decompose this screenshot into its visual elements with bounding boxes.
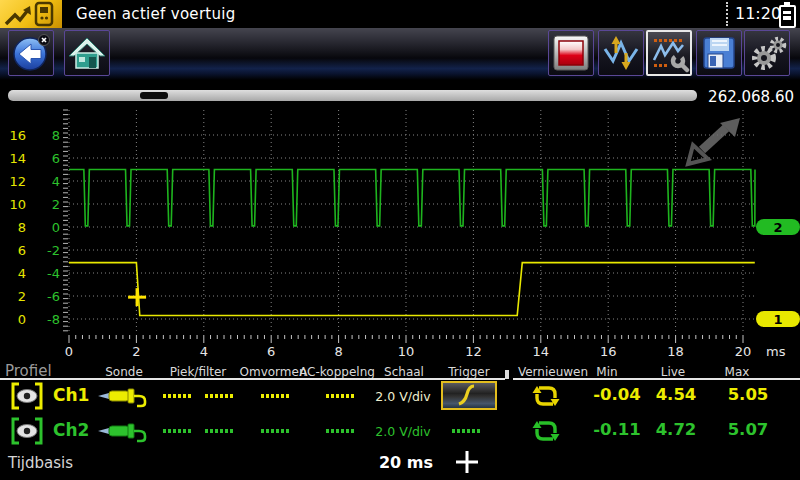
ch1-peak-setting[interactable] xyxy=(163,394,191,398)
ch2-peak-setting[interactable] xyxy=(163,429,191,433)
eye-icon xyxy=(10,417,44,445)
header-divider-tick xyxy=(505,370,509,379)
x-tick-label: 14 xyxy=(533,344,550,359)
col-live: Live xyxy=(661,365,686,379)
ch2-live-value: 4.72 xyxy=(656,420,697,439)
ch1-axis-label: 8 xyxy=(18,220,26,235)
ch2-axis-label: -8 xyxy=(47,312,60,327)
channel-row-ch1: Ch1 2.0 V/div xyxy=(0,381,800,413)
ch2-waveform xyxy=(69,170,755,226)
expand-arrows-icon xyxy=(680,116,748,168)
ch1-axis-label: 0 xyxy=(18,312,26,327)
col-vernieuwen: Vernieuwen xyxy=(518,365,588,379)
ch2-axis-label: 6 xyxy=(52,151,60,166)
col-piekfilter: Piek/filter xyxy=(170,365,227,379)
ch2-trigger-setting[interactable] xyxy=(452,429,480,433)
timeline-scrollbar[interactable] xyxy=(8,90,697,101)
col-ackoppeling: AC-koppelng xyxy=(299,365,375,379)
scope-screen: Geen actief voertuig 11:20 xyxy=(0,0,800,480)
ch1-visibility-button[interactable] xyxy=(10,382,44,410)
ch2-min-value: -0.11 xyxy=(593,420,641,439)
stop-record-button[interactable] xyxy=(548,30,594,76)
ch2-axis-label: 0 xyxy=(52,220,60,235)
scrollbar-thumb[interactable] xyxy=(140,92,168,99)
save-floppy-icon xyxy=(699,33,739,73)
ch1-scale[interactable]: 2.0 V/div xyxy=(375,389,430,404)
stop-record-icon xyxy=(551,33,591,73)
eye-icon xyxy=(10,382,44,410)
ch1-axis-label: 4 xyxy=(18,266,26,281)
zoom-button[interactable] xyxy=(598,30,644,76)
x-tick-label: 8 xyxy=(334,344,342,359)
header-divider-left xyxy=(0,378,505,380)
probe-icon xyxy=(96,383,152,409)
profile-panel: Profiel Sonde Piek/filter Omvormen AC-ko… xyxy=(0,360,800,480)
ch1-axis-label: 12 xyxy=(9,174,26,189)
ch1-axis-label: 16 xyxy=(9,128,26,143)
settings-gears-icon xyxy=(747,33,787,73)
ch1-probe-button[interactable] xyxy=(96,383,152,409)
ch2-axis-label: -6 xyxy=(47,289,60,304)
timebase-cursor-button[interactable] xyxy=(455,450,479,474)
ch1-accoupling-setting[interactable] xyxy=(326,394,354,398)
col-omvormen: Omvormen xyxy=(240,365,307,379)
page-title: Geen actief voertuig xyxy=(76,5,236,23)
settings-button[interactable] xyxy=(744,30,790,76)
ch2-max-value: 5.07 xyxy=(728,420,769,439)
ch2-axis-label: -4 xyxy=(47,266,60,281)
falling-slope-icon xyxy=(443,383,495,408)
ch2-axis-label: 2 xyxy=(52,197,60,212)
col-trigger: Trigger xyxy=(448,365,489,379)
ch2-axis-label: 8 xyxy=(52,128,60,143)
x-tick-label: 2 xyxy=(132,344,140,359)
expand-graph-button[interactable] xyxy=(680,116,748,168)
x-tick-label: 16 xyxy=(600,344,617,359)
ch1-max-value: 5.05 xyxy=(728,385,769,404)
timebase-label: Tijdbasis xyxy=(8,454,73,472)
x-axis-unit: ms xyxy=(766,344,786,359)
scope-setup-icon xyxy=(650,34,690,74)
title-bar: Geen actief voertuig 11:20 xyxy=(0,0,800,28)
ch2-probe-button[interactable] xyxy=(96,418,152,444)
probe-icon xyxy=(96,418,152,444)
ch2-visibility-button[interactable] xyxy=(10,417,44,445)
toolbar xyxy=(0,28,800,80)
ch1-axis-label: 10 xyxy=(9,197,26,212)
timebase-value[interactable]: 20 ms xyxy=(379,453,433,472)
x-tick-label: 10 xyxy=(398,344,415,359)
ch1-label: Ch1 xyxy=(53,385,89,405)
ch1-filter-setting[interactable] xyxy=(205,394,233,398)
scope-setup-button[interactable] xyxy=(646,30,692,76)
back-arrow-icon xyxy=(11,33,51,73)
back-button[interactable] xyxy=(8,30,54,76)
ch1-waveform xyxy=(69,263,755,316)
ch2-axis-label: -2 xyxy=(47,243,60,258)
ch2-refresh-button[interactable] xyxy=(531,416,561,446)
channel-row-ch2: Ch2 2.0 V/div xyxy=(0,416,800,448)
brand-logo xyxy=(0,0,62,28)
x-tick-label: 18 xyxy=(667,344,684,359)
ch2-scale[interactable]: 2.0 V/div xyxy=(375,424,430,439)
ch2-filter-setting[interactable] xyxy=(205,429,233,433)
ch1-axis-label: 6 xyxy=(18,243,26,258)
ch1-invert-setting[interactable] xyxy=(261,394,289,398)
home-button[interactable] xyxy=(64,30,110,76)
ch2-label: Ch2 xyxy=(53,420,89,440)
refresh-icon xyxy=(531,416,561,446)
channel-marker-label: 1 xyxy=(773,312,782,327)
scan-tool-logo-icon xyxy=(0,0,62,28)
refresh-icon xyxy=(531,381,561,411)
channel-marker-label: 2 xyxy=(773,220,782,235)
ch2-accoupling-setting[interactable] xyxy=(326,429,354,433)
ch1-min-value: -0.04 xyxy=(593,385,641,404)
ch1-axis-label: 14 xyxy=(9,151,26,166)
scope-graph[interactable]: 02468101214161820ms161412108642086420-2-… xyxy=(0,104,800,360)
col-schaal: Schaal xyxy=(384,365,424,379)
ch1-refresh-button[interactable] xyxy=(531,381,561,411)
x-tick-label: 0 xyxy=(65,344,73,359)
ch1-trigger-button[interactable] xyxy=(441,381,497,410)
save-button[interactable] xyxy=(696,30,742,76)
ch1-live-value: 4.54 xyxy=(656,385,697,404)
ch2-invert-setting[interactable] xyxy=(261,429,289,433)
col-min: Min xyxy=(596,365,617,379)
